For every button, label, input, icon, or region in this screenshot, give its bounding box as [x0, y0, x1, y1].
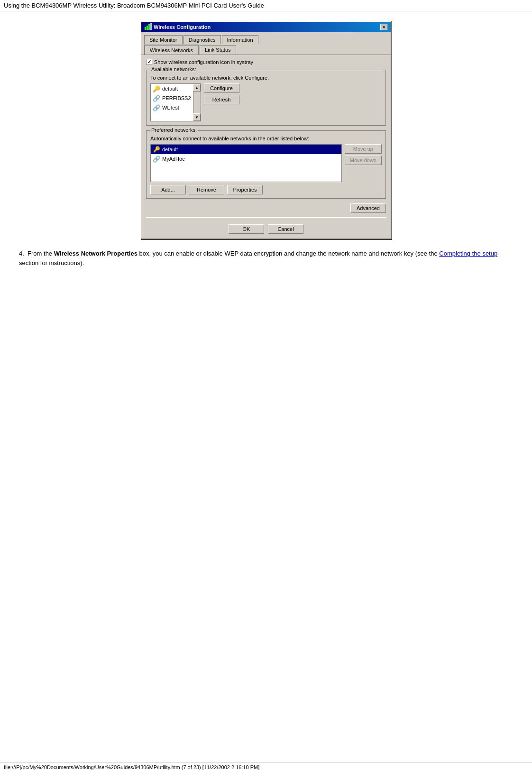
advanced-button[interactable]: Advanced	[350, 203, 386, 213]
available-networks-list[interactable]: 🔑 default 🔗 PERFIBSS2 🔗	[151, 84, 193, 121]
page-title: Using the BCM94306MP Wireless Utility: B…	[0, 0, 532, 11]
advanced-button-row: Advanced	[146, 203, 386, 213]
step4-text-middle: box, you can enable or disable WEP data …	[138, 250, 439, 257]
network-icon-adhoc-perfibss2: 🔗	[153, 94, 160, 102]
dialog-close-button[interactable]: ×	[380, 24, 388, 30]
tab-row-1: Site Monitor Diagnostics Information	[144, 35, 388, 44]
wireless-config-dialog: Wireless Configuration × Site Monitor Di…	[140, 21, 392, 239]
tab-information[interactable]: Information	[222, 35, 258, 44]
properties-button[interactable]: Properties	[227, 185, 263, 194]
refresh-button[interactable]: Refresh	[204, 95, 239, 104]
preferred-networks-actions: Add... Remove Properties	[150, 185, 382, 194]
preferred-networks-right-buttons: Move up Move down	[345, 144, 382, 182]
completing-setup-link[interactable]: Completing the setup	[439, 250, 497, 257]
available-networks-desc: To connect to an available network, clic…	[150, 75, 382, 81]
network-name-wltest: WLTest	[162, 105, 179, 110]
titlebar-left: Wireless Configuration	[144, 23, 211, 31]
dialog-body: ✓ Show wireless configuration icon in sy…	[141, 55, 391, 239]
network-icon-wireless-default: 🔑	[153, 85, 160, 92]
svg-rect-2	[148, 24, 150, 30]
tab-diagnostics[interactable]: Diagnostics	[183, 35, 221, 44]
tab-row-2: Wireless Networks Link Status	[144, 45, 388, 55]
svg-rect-3	[150, 23, 152, 30]
step4-bold-text: Wireless Network Properties	[54, 250, 138, 257]
step4-text: 4. From the Wireless Network Properties …	[19, 249, 513, 267]
configure-button[interactable]: Configure	[204, 83, 239, 93]
available-networks-list-container: 🔑 default 🔗 PERFIBSS2 🔗	[150, 83, 201, 121]
systray-checkbox[interactable]: ✓	[146, 59, 152, 65]
preferred-network-myadhoc[interactable]: 🔗 MyAdHoc	[151, 154, 341, 164]
available-networks-scrollbar[interactable]: ▲ ▼	[193, 84, 201, 121]
pref-network-name-default: default	[162, 147, 178, 152]
preferred-networks-list[interactable]: 🔑 default 🔗 MyAdHoc	[151, 145, 341, 182]
network-icon-adhoc-wltest: 🔗	[153, 104, 160, 111]
systray-checkbox-row: ✓ Show wireless configuration icon in sy…	[146, 59, 386, 65]
preferred-networks-content: Automatically connect to available netwo…	[150, 136, 382, 194]
available-network-wltest[interactable]: 🔗 WLTest	[151, 103, 193, 112]
step4-number: 4.	[19, 250, 24, 257]
separator	[146, 217, 386, 218]
svg-rect-1	[147, 26, 148, 30]
available-network-default[interactable]: 🔑 default	[151, 84, 193, 93]
pref-network-icon-wireless-default: 🔑	[153, 146, 160, 153]
svg-rect-0	[145, 27, 146, 30]
step4-text-before: From the	[28, 250, 54, 257]
available-network-perfibss2[interactable]: 🔗 PERFIBSS2	[151, 93, 193, 103]
move-down-button[interactable]: Move down	[345, 156, 382, 165]
ok-button[interactable]: OK	[229, 224, 264, 234]
step4-text-after: section for instructions).	[19, 259, 84, 267]
available-networks-group: Available networks: To connect to an ava…	[146, 70, 386, 126]
dialog-title-icon	[144, 23, 152, 31]
network-name-perfibss2: PERFIBSS2	[162, 95, 191, 101]
preferred-networks-group: Preferred networks: Automatically connec…	[146, 130, 386, 199]
add-button[interactable]: Add...	[150, 185, 186, 194]
dialog-title-text: Wireless Configuration	[154, 24, 211, 30]
preferred-network-default[interactable]: 🔑 default	[151, 145, 341, 154]
scroll-up-arrow[interactable]: ▲	[193, 84, 201, 92]
available-networks-content: To connect to an available network, clic…	[150, 75, 382, 121]
dialog-tabs: Site Monitor Diagnostics Information Wir…	[141, 32, 391, 55]
preferred-networks-list-container: 🔑 default 🔗 MyAdHoc	[150, 144, 342, 182]
available-networks-buttons: Configure Refresh	[204, 83, 239, 121]
remove-button[interactable]: Remove	[189, 185, 224, 194]
network-name-default: default	[162, 86, 178, 92]
dialog-titlebar: Wireless Configuration ×	[141, 22, 391, 32]
tab-wireless-networks[interactable]: Wireless Networks	[144, 45, 199, 55]
pref-network-name-myadhoc: MyAdHoc	[162, 156, 185, 162]
move-up-button[interactable]: Move up	[345, 144, 382, 154]
dialog-bottom-buttons: OK Cancel	[146, 221, 386, 234]
scroll-down-arrow[interactable]: ▼	[193, 113, 201, 121]
dialog-screenshot: Wireless Configuration × Site Monitor Di…	[19, 21, 513, 239]
tab-link-status[interactable]: Link Status	[200, 45, 236, 55]
available-networks-label: Available networks:	[150, 66, 197, 72]
tab-site-monitor[interactable]: Site Monitor	[144, 35, 183, 44]
preferred-networks-desc: Automatically connect to available netwo…	[150, 136, 382, 141]
systray-checkbox-label: Show wireless configuration icon in syst…	[154, 59, 253, 65]
preferred-networks-label: Preferred networks:	[150, 127, 198, 133]
preferred-networks-area: 🔑 default 🔗 MyAdHoc	[150, 144, 382, 182]
footer-url: file:///P|/pc/My%20Documents/Working/Use…	[0, 762, 532, 772]
available-networks-area: 🔑 default 🔗 PERFIBSS2 🔗	[150, 83, 382, 121]
cancel-button[interactable]: Cancel	[268, 224, 303, 234]
pref-network-icon-adhoc-myadhoc: 🔗	[153, 155, 160, 163]
